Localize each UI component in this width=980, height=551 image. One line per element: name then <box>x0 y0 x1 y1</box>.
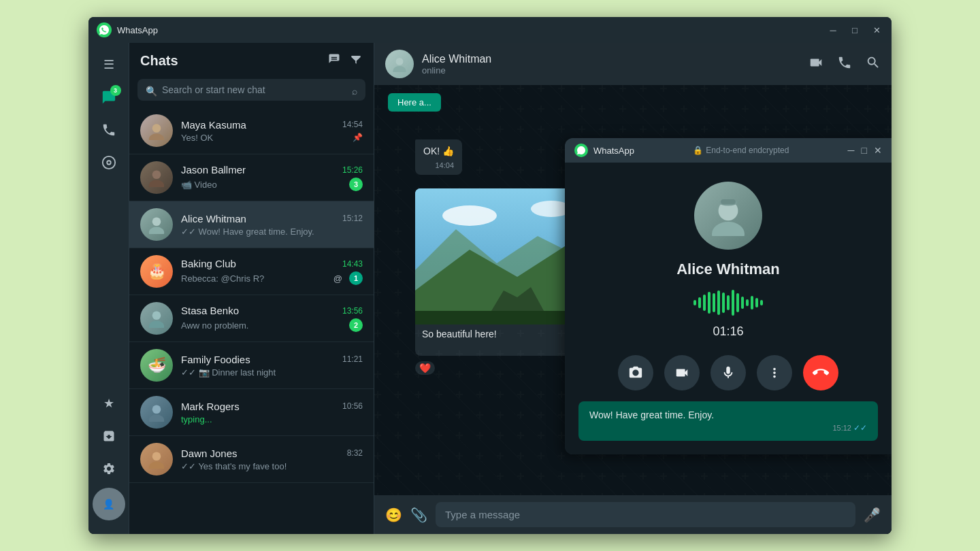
minimize-button[interactable]: ─ <box>826 25 840 35</box>
chat-name-alice: Alice Whitman <box>181 213 246 224</box>
app-title: WhatsApp <box>117 25 826 35</box>
avatar-baking: 🎂 <box>140 255 173 288</box>
search-filter-icon[interactable]: ⌕ <box>352 86 357 97</box>
sidebar-icon-chat[interactable]: 3 <box>95 84 122 111</box>
svg-point-17 <box>442 205 497 226</box>
call-close-button[interactable]: ✕ <box>874 145 882 156</box>
voice-message-button[interactable]: 🎤 <box>864 507 881 523</box>
wave-bar-3 <box>703 295 706 311</box>
svg-point-25 <box>712 222 745 236</box>
double-check-icon: ✓✓ <box>853 423 867 433</box>
chat-header-status: online <box>422 65 808 76</box>
switch-camera-button[interactable] <box>618 355 653 390</box>
sidebar-icon-menu[interactable]: ☰ <box>95 51 122 78</box>
call-actions <box>618 355 838 390</box>
compose-icon[interactable] <box>327 52 341 69</box>
chats-title: Chats <box>140 53 178 69</box>
pin-icon-maya: 📌 <box>353 133 363 142</box>
chat-item-mark[interactable]: Mark Rogers 10:56 typing... <box>129 389 374 436</box>
svg-point-11 <box>149 415 164 422</box>
chat-item-jason[interactable]: Jason Ballmer 15:26 📹 Video 3 <box>129 154 374 201</box>
more-options-button[interactable] <box>757 355 792 390</box>
chat-preview-family: ✓✓ 📷 Dinner last night <box>181 367 363 378</box>
sidebar-avatar[interactable]: 👤 <box>93 488 125 520</box>
chat-item-dawn[interactable]: Dawn Jones 8:32 ✓✓ Yes that's my fave to… <box>129 436 374 483</box>
svg-point-2 <box>152 124 161 133</box>
chat-time-stasa: 13:56 <box>342 306 363 316</box>
chat-preview-alice: ✓✓ Wow! Have great time. Enjoy. <box>181 227 363 237</box>
avatar-maya <box>140 114 173 147</box>
sidebar-icon-settings[interactable] <box>95 455 122 482</box>
chat-time-mark: 10:56 <box>342 401 363 411</box>
bubble-ok-time: 14:04 <box>423 161 454 169</box>
audio-call-button[interactable] <box>837 55 852 73</box>
chat-item-maya[interactable]: Maya Kasuma 14:54 Yes! OK 📌 <box>129 107 374 154</box>
call-overlay-controls: ─ □ ✕ <box>848 145 882 156</box>
search-bar: 🔍 ⌕ <box>129 76 374 107</box>
call-message-time: 15:12 ✓✓ <box>589 423 867 433</box>
app-window: WhatsApp ─ □ ✕ ☰ 3 <box>88 17 892 534</box>
video-toggle-button[interactable] <box>664 355 700 390</box>
svg-point-0 <box>102 156 114 169</box>
end-call-button[interactable] <box>803 355 838 390</box>
chat-preview-stasa: Aww no problem. <box>181 320 345 331</box>
svg-point-14 <box>396 58 404 65</box>
close-button[interactable]: ✕ <box>870 25 883 35</box>
chat-item-baking[interactable]: 🎂 Baking Club 14:43 Rebecca: @Chris R? @… <box>129 248 374 295</box>
search-input[interactable] <box>137 79 365 101</box>
wave-bar-1 <box>693 300 696 305</box>
video-call-button[interactable] <box>808 55 823 73</box>
chat-input-bar: 😊 📎 🎤 <box>374 495 892 534</box>
chat-header: Alice Whitman online <box>374 43 892 85</box>
sidebar-icon-status[interactable] <box>95 149 122 176</box>
wave-bar-14 <box>755 298 758 307</box>
heart-reaction: ❤️ <box>415 361 435 375</box>
wave-bar-9 <box>732 290 734 316</box>
chat-header-avatar[interactable] <box>385 50 414 78</box>
chat-item-family[interactable]: 🍜 Family Foodies 11:21 ✓✓ 📷 Dinner last … <box>129 342 374 389</box>
notification-bar: Here a... <box>388 93 441 112</box>
call-encryption: 🔒 End-to-end endcrypted <box>693 146 789 155</box>
message-input[interactable] <box>436 502 855 527</box>
chat-header-name: Alice Whitman <box>422 53 808 65</box>
chat-info-stasa: Stasa Benko 13:56 Aww no problem. 2 <box>181 305 363 332</box>
emoji-button[interactable]: 😊 <box>385 507 402 523</box>
sidebar-icon-phone[interactable] <box>95 116 122 144</box>
filter-icon[interactable] <box>349 52 363 69</box>
sidebar-icon-archive[interactable] <box>95 422 122 450</box>
maximize-button[interactable]: □ <box>848 25 862 35</box>
chat-item-stasa[interactable]: Stasa Benko 13:56 Aww no problem. 2 <box>129 295 374 342</box>
main-content: ☰ 3 ★ <box>88 43 892 534</box>
call-minimize-button[interactable]: ─ <box>848 145 855 156</box>
call-maximize-button[interactable]: □ <box>862 145 867 156</box>
search-chat-button[interactable] <box>866 55 881 73</box>
sidebar-icon-starred[interactable]: ★ <box>95 390 122 417</box>
svg-point-4 <box>152 171 161 180</box>
call-overlay: WhatsApp 🔒 End-to-end endcrypted ─ □ ✕ <box>565 138 892 454</box>
chat-item-alice[interactable]: Alice Whitman 15:12 ✓✓ Wow! Have great t… <box>129 201 374 248</box>
chat-badge: 3 <box>110 85 121 96</box>
attachment-button[interactable]: 📎 <box>410 507 427 523</box>
avatar-family: 🍜 <box>140 349 173 382</box>
chat-list-panel: Chats 🔍 ⌕ <box>129 43 374 534</box>
sidebar-bottom: ★ 👤 <box>93 390 125 526</box>
chat-name-jason: Jason Ballmer <box>181 164 246 176</box>
chat-badge-baking: 1 <box>349 271 363 285</box>
chat-preview-baking: Rebecca: @Chris R? <box>181 273 333 284</box>
svg-point-5 <box>149 180 164 188</box>
chat-main: Alice Whitman online <box>374 43 892 534</box>
mute-button[interactable] <box>710 355 746 390</box>
svg-point-12 <box>152 452 161 461</box>
chat-name-mark: Mark Rogers <box>181 401 240 412</box>
chat-name-baking: Baking Club <box>181 258 236 269</box>
svg-point-1 <box>107 161 111 165</box>
chat-info-family: Family Foodies 11:21 ✓✓ 📷 Dinner last ni… <box>181 354 363 378</box>
svg-point-15 <box>393 66 406 72</box>
avatar-mark <box>140 396 173 429</box>
wave-bar-13 <box>751 296 753 310</box>
chat-info-dawn: Dawn Jones 8:32 ✓✓ Yes that's my fave to… <box>181 448 363 471</box>
avatar-stasa <box>140 302 173 335</box>
call-overlay-logo <box>574 144 588 157</box>
chat-time-dawn: 8:32 <box>347 448 363 458</box>
avatar-alice <box>140 208 173 241</box>
